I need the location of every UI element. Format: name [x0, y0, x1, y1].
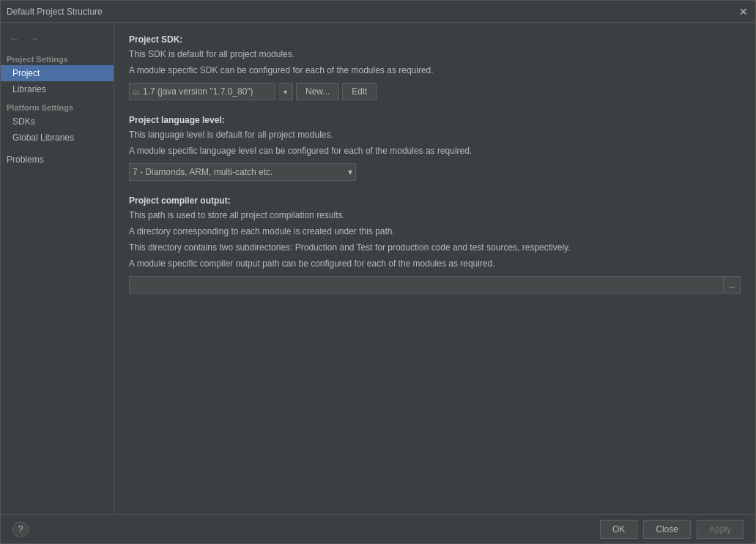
- sidebar-item-project[interactable]: Project: [1, 65, 114, 81]
- compiler-section: Project compiler output: This path is us…: [129, 195, 741, 294]
- sdk-section: Project SDK: This SDK is default for all…: [129, 34, 741, 100]
- language-desc2: A module specific language level can be …: [129, 144, 741, 157]
- apply-button[interactable]: Apply: [697, 520, 744, 539]
- dialog-title: Default Project Structure: [7, 7, 103, 17]
- compiler-output-input[interactable]: [129, 276, 723, 294]
- sdk-row: 🗂 1.7 (java version "1.7.0_80") ▾ New...…: [129, 83, 741, 100]
- close-icon[interactable]: ✕: [738, 6, 749, 18]
- sidebar-item-sdks[interactable]: SDKs: [1, 113, 114, 130]
- compiler-browse-button[interactable]: ...: [723, 276, 741, 294]
- sidebar-nav: ← →: [1, 29, 114, 49]
- ok-button[interactable]: OK: [600, 520, 637, 539]
- sidebar-item-global-libraries[interactable]: Global Libraries: [1, 130, 114, 146]
- sidebar-item-problems[interactable]: Problems: [1, 152, 114, 168]
- language-dropdown[interactable]: 7 - Diamonds, ARM, multi-catch etc. ▾: [129, 163, 356, 181]
- compiler-section-title: Project compiler output:: [129, 195, 741, 206]
- edit-sdk-button[interactable]: Edit: [342, 83, 377, 100]
- sdk-value: 1.7 (java version "1.7.0_80"): [143, 86, 253, 97]
- language-dropdown-arrow: ▾: [348, 167, 352, 177]
- sdk-folder-icon: 🗂: [133, 88, 140, 96]
- language-section: Project language level: This language le…: [129, 115, 741, 181]
- compiler-desc2: A directory corresponding to each module…: [129, 225, 741, 238]
- sidebar: ← → Project Settings Project Libraries P…: [1, 23, 114, 514]
- sdk-desc2: A module specific SDK can be configured …: [129, 64, 741, 77]
- language-section-title: Project language level:: [129, 115, 741, 125]
- nav-forward-icon[interactable]: →: [26, 31, 42, 46]
- nav-back-icon[interactable]: ←: [7, 31, 23, 46]
- language-desc1: This language level is default for all p…: [129, 128, 741, 141]
- compiler-desc3: This directory contains two subdirectori…: [129, 241, 741, 254]
- footer: ? OK Close Apply: [1, 514, 755, 543]
- dialog: Default Project Structure ✕ ← → Project …: [0, 0, 756, 544]
- sdk-dropdown[interactable]: 🗂 1.7 (java version "1.7.0_80"): [129, 83, 275, 100]
- language-value: 7 - Diamonds, ARM, multi-catch etc.: [133, 167, 273, 177]
- footer-buttons: OK Close Apply: [600, 520, 744, 539]
- sdk-desc1: This SDK is default for all project modu…: [129, 48, 741, 61]
- main-content: ← → Project Settings Project Libraries P…: [1, 23, 755, 514]
- project-settings-label: Project Settings: [1, 52, 114, 65]
- compiler-output-row: ...: [129, 276, 741, 294]
- content-area: Project SDK: This SDK is default for all…: [114, 23, 755, 514]
- sidebar-item-libraries[interactable]: Libraries: [1, 81, 114, 97]
- compiler-desc1: This path is used to store all project c…: [129, 209, 741, 222]
- title-bar: Default Project Structure ✕: [1, 1, 755, 23]
- close-button[interactable]: Close: [643, 520, 691, 539]
- sdk-section-title: Project SDK:: [129, 34, 741, 45]
- sdk-dropdown-arrow[interactable]: ▾: [278, 83, 293, 100]
- new-sdk-button[interactable]: New...: [296, 83, 339, 100]
- help-button[interactable]: ?: [12, 521, 29, 537]
- compiler-desc4: A module specific compiler output path c…: [129, 257, 741, 270]
- platform-settings-label: Platform Settings: [1, 97, 114, 113]
